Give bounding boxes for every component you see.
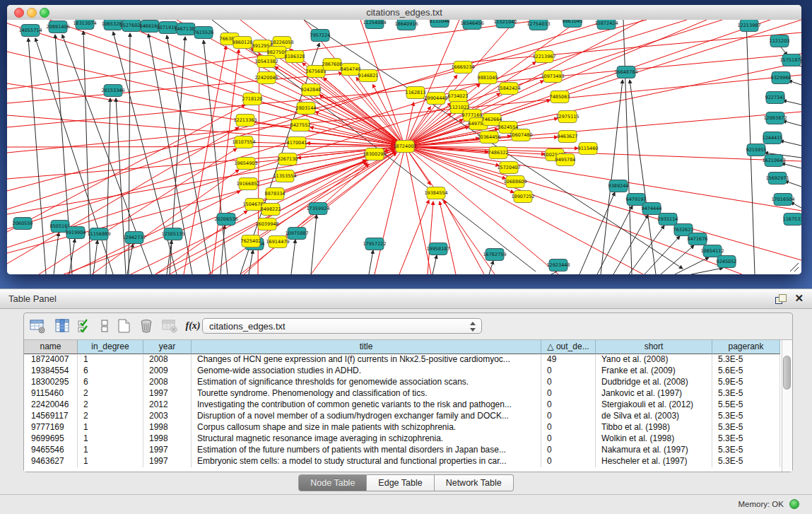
graph-node[interactable]: 9329966 xyxy=(771,72,792,84)
graph-node[interactable]: 19654903 xyxy=(234,158,257,170)
graph-node[interactable]: 12942737 xyxy=(122,232,146,244)
graph-node[interactable]: 16914479 xyxy=(266,236,289,248)
row-options-icon[interactable] xyxy=(95,317,114,334)
graph-node[interactable]: 19958187 xyxy=(426,243,449,255)
graph-node[interactable]: 9146821 xyxy=(358,70,379,82)
graph-node[interactable]: 9463627 xyxy=(558,131,578,143)
graph-node[interactable]: 12975115 xyxy=(555,111,579,123)
cell-pagerank[interactable]: 5.3E-5 xyxy=(712,388,780,399)
graph-node[interactable]: 9115460 xyxy=(578,143,599,155)
cell-indegree[interactable]: 1 xyxy=(78,433,143,445)
table-selector-dropdown[interactable]: citations_edges.txt xyxy=(202,318,482,334)
cell-outde[interactable]: 0 xyxy=(541,377,596,388)
cell-year[interactable]: 1997 xyxy=(143,445,192,456)
column-header-name[interactable]: name xyxy=(24,340,78,354)
graph-node[interactable]: 12213967 xyxy=(532,51,555,63)
cell-year[interactable]: 2003 xyxy=(143,411,192,422)
cell-name[interactable]: 22420046 xyxy=(24,399,78,411)
table-row[interactable]: 969969511998Structural magnetic resonanc… xyxy=(24,433,782,445)
cell-year[interactable]: 2009 xyxy=(143,366,192,377)
cell-year[interactable]: 1998 xyxy=(143,433,192,445)
cell-outde[interactable]: 0 xyxy=(541,411,596,422)
delete-rows-trash-icon[interactable] xyxy=(137,317,155,334)
graph-node[interactable]: 2803144 xyxy=(296,103,317,115)
cell-name[interactable]: 18300295 xyxy=(24,377,78,388)
cell-indegree[interactable]: 1 xyxy=(78,422,143,433)
cell-pagerank[interactable]: 5.3E-5 xyxy=(712,411,780,422)
graph-node[interactable]: 9881045 xyxy=(478,72,498,84)
cell-name[interactable]: 9777169 xyxy=(24,422,78,433)
graph-node[interactable]: 7486322 xyxy=(488,147,509,159)
graph-node[interactable]: 18724007 xyxy=(393,141,416,153)
cell-outde[interactable]: 0 xyxy=(541,366,596,377)
graph-node[interactable]: 11254084 xyxy=(363,20,386,29)
cell-indegree[interactable]: 2 xyxy=(78,399,143,411)
table-row[interactable]: 1456911722003Disruption of a novel membe… xyxy=(24,411,782,422)
graph-node[interactable]: 10688609 xyxy=(503,176,526,188)
cell-short[interactable]: Tibbo et al. (1998) xyxy=(596,422,712,433)
cell-pagerank[interactable]: 5.3E-5 xyxy=(712,445,780,456)
cell-title[interactable]: Disruption of a novel member of a sodium… xyxy=(192,411,541,422)
memory-status-icon[interactable] xyxy=(789,499,799,509)
graph-node[interactable]: 17016504 xyxy=(771,194,794,206)
graph-node[interactable]: 8498222 xyxy=(261,204,281,216)
cell-indegree[interactable]: 6 xyxy=(78,366,143,377)
graph-node[interactable]: 9495784 xyxy=(555,154,576,166)
graph-node[interactable]: 11353554 xyxy=(273,170,296,182)
graph-node[interactable]: 18313074 xyxy=(73,20,96,30)
graph-node[interactable]: 9861045 xyxy=(563,20,583,28)
table-row[interactable]: 1872400712008Changes of HCN gene express… xyxy=(24,354,782,366)
graph-node[interactable]: 10654112 xyxy=(700,245,724,257)
graph-node[interactable]: 19166852 xyxy=(236,178,259,190)
graph-node[interactable]: 9245052 xyxy=(717,256,737,268)
graph-node[interactable]: 2060559 xyxy=(13,218,33,230)
cell-pagerank[interactable]: 5.6E-5 xyxy=(712,366,780,377)
select-columns-icon[interactable] xyxy=(53,317,71,334)
table-row[interactable]: 977716911998Corpus callosum shape and si… xyxy=(24,422,782,433)
graph-node[interactable]: 16782759 xyxy=(483,249,506,261)
graph-node[interactable]: 11521042 xyxy=(493,20,517,28)
graph-node[interactable]: 11156889 xyxy=(87,228,110,240)
cell-short[interactable]: Wolkin et al. (1998) xyxy=(596,433,712,445)
graph-node[interactable]: 4170041 xyxy=(287,137,307,149)
cell-year[interactable]: 2008 xyxy=(143,354,192,366)
cell-title[interactable]: Corpus callosum shape and size in male p… xyxy=(192,422,541,433)
cell-outde[interactable]: 0 xyxy=(541,456,596,467)
cell-year[interactable]: 1997 xyxy=(143,388,192,399)
graph-node[interactable]: 17359924 xyxy=(306,203,329,215)
cell-indegree[interactable]: 1 xyxy=(78,445,143,456)
cell-short[interactable]: Hescheler et al. (1997) xyxy=(596,456,712,467)
cell-outde[interactable]: 0 xyxy=(541,388,596,399)
cell-indegree[interactable]: 2 xyxy=(78,411,143,422)
cell-pagerank[interactable]: 5.9E-5 xyxy=(712,377,780,388)
table-row[interactable]: 946362711997Embryonic stem cells: a mode… xyxy=(24,456,782,467)
graph-node[interactable]: 8131046 xyxy=(430,20,450,28)
graph-node[interactable]: 14055714 xyxy=(18,25,42,37)
cell-title[interactable]: Estimation of the future numbers of pati… xyxy=(192,445,541,456)
function-builder-icon[interactable]: f(x) xyxy=(184,317,202,334)
cell-title[interactable]: Changes of HCN gene expression and I(f) … xyxy=(192,354,541,366)
float-panel-icon[interactable] xyxy=(775,294,787,304)
graph-node[interactable]: 12213987 xyxy=(737,20,760,32)
cell-pagerank[interactable]: 5.3E-5 xyxy=(712,354,780,366)
graph-node[interactable]: 2935114 xyxy=(658,214,678,226)
graph-node[interactable]: 16210643 xyxy=(762,155,785,167)
cell-name[interactable]: 9463627 xyxy=(24,456,78,467)
cell-outde[interactable]: 0 xyxy=(541,399,596,411)
cell-outde[interactable]: 0 xyxy=(541,433,596,445)
graph-node[interactable]: 20891406 xyxy=(46,21,69,33)
cell-indegree[interactable]: 1 xyxy=(78,354,143,366)
cell-title[interactable]: Tourette syndrome. Phenomenology and cla… xyxy=(192,388,541,399)
graph-node[interactable]: 9474444 xyxy=(642,203,662,215)
graph-node[interactable]: 8267130 xyxy=(278,153,298,165)
graph-node[interactable]: 2867608 xyxy=(322,59,343,71)
graph-node[interactable]: 1244415 xyxy=(763,132,783,144)
cell-pagerank[interactable]: 5.5E-5 xyxy=(712,399,780,411)
cell-pagerank[interactable]: 5.3E-5 xyxy=(712,456,780,467)
window-titlebar[interactable]: citations_edges.txt xyxy=(7,5,801,21)
graph-node[interactable]: 15692971 xyxy=(765,173,789,185)
scrollbar-thumb[interactable] xyxy=(783,356,791,390)
column-header-title[interactable]: title xyxy=(192,340,541,354)
graph-node[interactable]: 16039948 xyxy=(255,218,278,230)
network-canvas[interactable]: 1872400718300295193845541405571420891406… xyxy=(7,20,801,274)
